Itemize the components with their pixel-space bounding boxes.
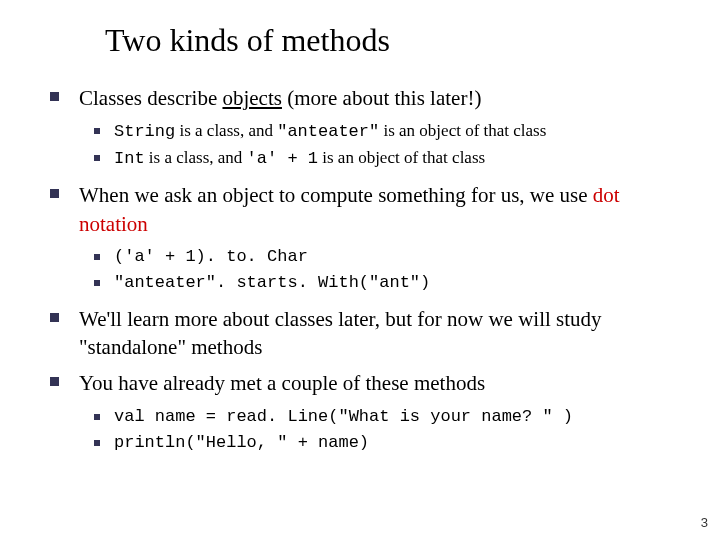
code-text: ('a' + 1). to. Char [114,246,308,269]
list-text: When we ask an object to compute somethi… [79,181,690,238]
list-text: We'll learn more about classes later, bu… [79,305,690,362]
list-item: When we ask an object to compute somethi… [50,181,690,238]
list-item: val name = read. Line("What is your name… [94,406,690,429]
list-item: println("Hello, " + name) [94,432,690,455]
list-item: You have already met a couple of these m… [50,369,690,397]
list-item: "anteater". starts. With("ant") [94,272,690,295]
list-text: Int is a class, and 'a' + 1 is an object… [114,147,485,171]
list-item: Classes describe objects (more about thi… [50,84,690,112]
square-bullet-icon [94,440,100,446]
square-bullet-icon [94,414,100,420]
square-bullet-icon [50,377,59,386]
square-bullet-icon [50,313,59,322]
slide-body: Classes describe objects (more about thi… [50,84,690,465]
list-item: Int is a class, and 'a' + 1 is an object… [94,147,690,171]
square-bullet-icon [50,92,59,101]
list-text: You have already met a couple of these m… [79,369,485,397]
code-text: println("Hello, " + name) [114,432,369,455]
list-text: Classes describe objects (more about thi… [79,84,481,112]
code-text: "anteater". starts. With("ant") [114,272,430,295]
square-bullet-icon [94,254,100,260]
list-item: We'll learn more about classes later, bu… [50,305,690,362]
square-bullet-icon [50,189,59,198]
list-item: String is a class, and "anteater" is an … [94,120,690,144]
square-bullet-icon [94,280,100,286]
slide-title: Two kinds of methods [105,22,390,59]
square-bullet-icon [94,128,100,134]
list-text: String is a class, and "anteater" is an … [114,120,546,144]
square-bullet-icon [94,155,100,161]
list-item: ('a' + 1). to. Char [94,246,690,269]
page-number: 3 [701,515,708,530]
code-text: val name = read. Line("What is your name… [114,406,573,429]
